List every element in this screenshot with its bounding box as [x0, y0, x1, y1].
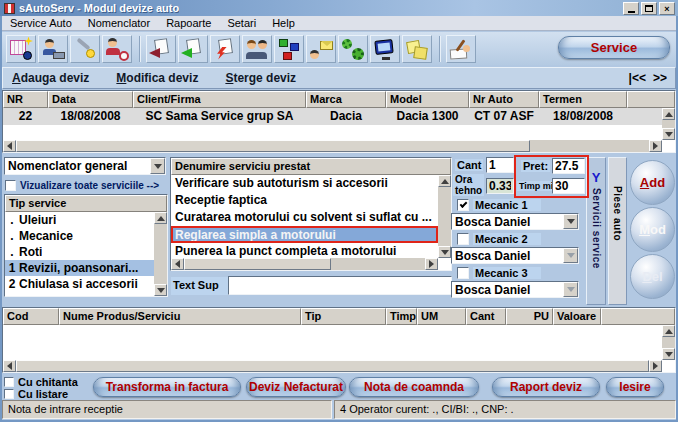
- gears-icon[interactable]: [338, 35, 368, 63]
- chevron-down-icon[interactable]: [563, 248, 578, 263]
- chevron-down-icon[interactable]: [563, 214, 578, 229]
- nomenclator-dropdown-value: Nomenclator general: [5, 158, 150, 174]
- two-people-icon[interactable]: [242, 35, 272, 63]
- wrench-bulb-icon[interactable]: [70, 35, 100, 63]
- chevron-down-icon[interactable]: [563, 282, 578, 297]
- cu-listare-label: Cu listare: [18, 388, 68, 400]
- maximize-icon: [645, 5, 653, 12]
- modifica-deviz-button[interactable]: Modifica deviz: [116, 71, 198, 85]
- y-arrow-icon: Y: [587, 170, 605, 185]
- nav-next-button[interactable]: >>: [653, 71, 667, 85]
- service-item-selected[interactable]: Reglarea simpla a motorului: [171, 226, 438, 243]
- pret-input[interactable]: [552, 158, 585, 174]
- nav-first-button[interactable]: |<<: [629, 71, 646, 85]
- minimize-icon: [628, 11, 635, 13]
- calendar-clock-icon[interactable]: [6, 35, 36, 63]
- vizualizare-checkbox-label: Vizualizare toate serviciile -->: [20, 180, 159, 191]
- nota-de-comanda-button[interactable]: Nota de coamnda: [349, 377, 479, 397]
- cell-client: SC Sama Service grup SA: [133, 108, 306, 125]
- raport-deviz-button[interactable]: Raport deviz: [492, 377, 600, 397]
- service-button[interactable]: Service: [558, 36, 670, 59]
- signature-icon[interactable]: [446, 35, 476, 63]
- nomenclator-dropdown[interactable]: Nomenclator general: [4, 157, 166, 175]
- mecanic3-checkbox[interactable]: [457, 267, 469, 279]
- sticky-notes-icon[interactable]: [402, 35, 432, 63]
- list-item[interactable]: .Uleiuri: [5, 212, 154, 228]
- menu-nomenclator[interactable]: Nomenclator: [80, 17, 158, 29]
- colored-squares-icon[interactable]: [274, 35, 304, 63]
- cant-label: Cant: [455, 159, 483, 171]
- ora-tehno-label: Oratehno: [453, 174, 484, 196]
- tip-service-vscrollbar[interactable]: [154, 212, 167, 296]
- pret-label: Pret:: [521, 160, 550, 172]
- mod-button[interactable]: Mod: [630, 207, 675, 252]
- col-valoare: Valoare: [553, 308, 601, 325]
- person-truck-icon[interactable]: [38, 35, 68, 63]
- col-filler: [601, 308, 675, 325]
- col-filler: [627, 91, 675, 108]
- list-item[interactable]: .Mecanice: [5, 228, 154, 244]
- mecanic2-dropdown[interactable]: Bosca Daniel: [451, 247, 579, 264]
- menu-setari[interactable]: Setari: [219, 17, 264, 29]
- monitor-icon[interactable]: [370, 35, 400, 63]
- cell-data: 18/08/2008: [48, 108, 133, 125]
- deviz-vscrollbar[interactable]: [662, 108, 675, 140]
- person-clock-icon[interactable]: [102, 35, 132, 63]
- service-item[interactable]: Receptie faptica: [171, 192, 438, 209]
- person-mail-icon[interactable]: [306, 35, 336, 63]
- cu-listare-checkbox[interactable]: [4, 389, 14, 399]
- servicii-hscrollbar[interactable]: [171, 258, 438, 270]
- doc-lightning-icon[interactable]: [210, 35, 240, 63]
- col-um: UM: [417, 308, 466, 325]
- produse-hscrollbar[interactable]: [3, 360, 662, 372]
- ora-tehno-input[interactable]: [486, 178, 514, 194]
- service-item[interactable]: Curatarea motorului cu solvent si suflat…: [171, 209, 438, 226]
- produse-table: Cod Nume Produs/Serviciu Tip Timp UM Can…: [2, 307, 676, 373]
- mecanic1-dropdown[interactable]: Bosca Daniel: [451, 213, 579, 230]
- menu-help[interactable]: Help: [264, 17, 303, 29]
- adauga-deviz-button[interactable]: Adauga deviz: [12, 71, 89, 85]
- cu-chitanta-checkbox[interactable]: [4, 377, 14, 387]
- servicii-vscrollbar[interactable]: [438, 175, 451, 258]
- maximize-button[interactable]: [641, 2, 657, 15]
- list-item[interactable]: 2Chiulasa si accesorii: [5, 276, 154, 292]
- mecanic2-checkbox[interactable]: [457, 233, 469, 245]
- menu-service-auto[interactable]: Service Auto: [2, 17, 80, 29]
- col-tip: Tip: [301, 308, 386, 325]
- add-button[interactable]: Add: [630, 160, 675, 205]
- deviz-table: NR Data Client/Firma Marca Model Nr Auto…: [2, 90, 676, 153]
- list-item-selected[interactable]: 1Revizii, poansonari...: [5, 260, 154, 276]
- deviz-row[interactable]: 22 18/08/2008 SC Sama Service grup SA Da…: [3, 108, 675, 125]
- doc-arrow-red-icon[interactable]: [146, 35, 176, 63]
- col-timp: Timp: [386, 308, 417, 325]
- close-button[interactable]: ×: [659, 2, 675, 15]
- iesire-button[interactable]: Iesire: [606, 377, 664, 397]
- minimize-button[interactable]: [623, 2, 639, 15]
- tab-piese-auto[interactable]: Piese auto: [608, 157, 627, 305]
- mecanic1-checkbox[interactable]: [457, 199, 469, 211]
- service-item[interactable]: Verificare sub autoturism si accesorii: [171, 175, 438, 192]
- del-button[interactable]: Del: [630, 254, 675, 299]
- sterge-deviz-button[interactable]: Sterge deviz: [225, 71, 296, 85]
- mecanic2-label: Mecanic 2: [473, 233, 541, 245]
- produse-vscrollbar[interactable]: [662, 325, 675, 360]
- tab-servicii-service[interactable]: Y Servicii service: [586, 157, 606, 305]
- deviz-hscrollbar[interactable]: [3, 140, 662, 152]
- transforma-in-factura-button[interactable]: Transforma in factura: [93, 377, 241, 397]
- col-pu: PU: [506, 308, 553, 325]
- menu-rapoarte[interactable]: Rapoarte: [158, 17, 219, 29]
- chevron-down-icon[interactable]: [150, 158, 165, 174]
- servicii-grid: Denumire serviciu prestat Verificare sub…: [170, 157, 452, 271]
- col-data: Data: [48, 91, 133, 108]
- text-sup-input[interactable]: [228, 276, 452, 295]
- mecanic3-dropdown[interactable]: Bosca Daniel: [451, 281, 579, 298]
- doc-arrow-green-icon[interactable]: [178, 35, 208, 63]
- list-item[interactable]: .Roti: [5, 244, 154, 260]
- deviz-nefacturat-button[interactable]: Deviz Nefacturat: [246, 377, 346, 397]
- vizualizare-checkbox[interactable]: [5, 180, 16, 191]
- col-cod: Cod: [3, 308, 59, 325]
- timp-min-input[interactable]: [552, 178, 585, 194]
- servicii-header: Denumire serviciu prestat: [171, 158, 451, 175]
- cant-input[interactable]: [486, 157, 514, 173]
- col-nr-auto: Nr Auto: [469, 91, 539, 108]
